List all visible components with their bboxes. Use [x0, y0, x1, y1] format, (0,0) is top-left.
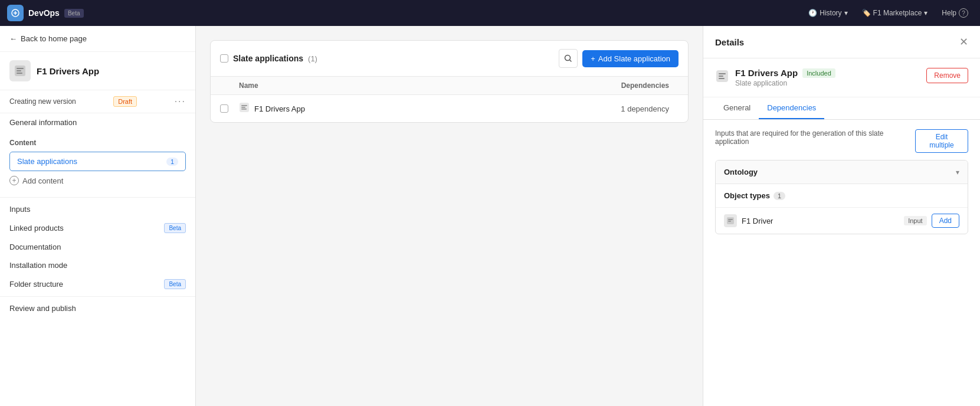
- topnav-beta-badge: Beta: [64, 9, 84, 18]
- content-label: Content: [9, 132, 186, 152]
- details-tabs: General Dependencies: [703, 97, 980, 120]
- table-header: Slate applications (1) + Add Slate appli…: [211, 41, 688, 77]
- table-column-headers: Name Dependencies: [211, 77, 688, 95]
- deps-description: Inputs that are required for the generat…: [715, 129, 915, 146]
- slate-applications-table: Slate applications (1) + Add Slate appli…: [210, 40, 689, 123]
- object-type-item: F1 Driver Input Add: [716, 208, 968, 234]
- row-app-name: F1 Drivers App: [254, 104, 584, 113]
- svg-rect-11: [719, 73, 726, 74]
- object-type-icon: [724, 214, 737, 227]
- svg-rect-9: [241, 109, 247, 110]
- add-content-button[interactable]: + Add content: [9, 171, 186, 190]
- table-title: Slate applications: [233, 54, 303, 63]
- sidebar: ← Back to home page F1 Drivers App Creat…: [0, 26, 196, 406]
- sidebar-item-documentation[interactable]: Documentation: [0, 238, 195, 256]
- help-icon: ?: [959, 8, 968, 18]
- tab-dependencies[interactable]: Dependencies: [759, 97, 824, 119]
- details-app-text: F1 Drivers App Included Slate applicatio…: [735, 68, 920, 87]
- checkbox-col-header: [220, 81, 239, 90]
- object-type-input-badge: Input: [904, 216, 926, 225]
- details-title: Details: [715, 37, 744, 47]
- topnav: DevOps Beta 🕐 History ▾ 🏷️ F1 Marketplac…: [0, 0, 980, 26]
- object-types-label: Object types: [724, 191, 770, 200]
- name-col-header: Name: [239, 81, 584, 90]
- table-row[interactable]: F1 Drivers App 1 dependency: [211, 95, 688, 122]
- slate-applications-nav-item[interactable]: Slate applications 1: [9, 152, 186, 171]
- svg-rect-4: [17, 73, 22, 74]
- details-close-button[interactable]: ✕: [959, 35, 968, 48]
- content-section: Content Slate applications 1 + Add conte…: [0, 132, 195, 195]
- help-button[interactable]: Help ?: [937, 6, 973, 20]
- ontology-label: Ontology: [724, 168, 758, 176]
- devops-logo: [7, 5, 24, 21]
- ontology-header[interactable]: Ontology ▾: [716, 161, 968, 184]
- details-panel: Details ✕ F1 Drivers App Included Slate …: [703, 26, 980, 406]
- edit-multiple-button[interactable]: Edit multiple: [915, 129, 968, 153]
- svg-rect-2: [17, 68, 24, 69]
- remove-button[interactable]: Remove: [926, 68, 968, 83]
- table-count: (1): [308, 54, 317, 63]
- details-body: Inputs that are required for the generat…: [703, 120, 980, 244]
- version-row: Creating new version Draft ···: [0, 90, 195, 113]
- row-dependencies: 1 dependency: [584, 104, 679, 113]
- sidebar-item-linked-products[interactable]: Linked products Beta: [0, 218, 195, 238]
- svg-rect-13: [719, 78, 725, 79]
- svg-rect-8: [241, 107, 245, 108]
- sidebar-app-name: F1 Drivers App: [37, 66, 99, 76]
- slate-count-badge: 1: [166, 158, 178, 166]
- history-button[interactable]: 🕐 History ▾: [804, 6, 852, 19]
- draft-badge: Draft: [113, 96, 137, 107]
- details-app-icon: [715, 69, 729, 86]
- details-app-info: F1 Drivers App Included Slate applicatio…: [703, 58, 980, 97]
- included-badge: Included: [802, 68, 835, 78]
- main-layout: ← Back to home page F1 Drivers App Creat…: [0, 26, 980, 406]
- center-content: Slate applications (1) + Add Slate appli…: [196, 26, 703, 406]
- ontology-card: Ontology ▾ Object types 1 F1 Dr: [715, 160, 968, 234]
- details-app-name-row: F1 Drivers App Included: [735, 68, 920, 78]
- details-app-name: F1 Drivers App: [735, 68, 798, 78]
- back-to-home-button[interactable]: ← Back to home page: [0, 26, 195, 52]
- svg-rect-3: [17, 70, 21, 71]
- add-slate-application-button[interactable]: + Add Slate application: [582, 50, 679, 67]
- topnav-title: DevOps: [28, 8, 60, 18]
- more-options-button[interactable]: ···: [175, 96, 186, 107]
- app-row-icon: [239, 102, 250, 115]
- row-checkbox[interactable]: [220, 104, 228, 113]
- plus-icon: +: [591, 54, 595, 63]
- select-all-checkbox[interactable]: [220, 54, 228, 63]
- tab-general[interactable]: General: [715, 97, 759, 119]
- svg-rect-15: [728, 219, 733, 220]
- sidebar-item-installation-mode[interactable]: Installation mode: [0, 256, 195, 274]
- marketplace-icon: 🏷️: [862, 9, 871, 17]
- history-chevron-icon: ▾: [844, 9, 848, 17]
- marketplace-chevron-icon: ▾: [924, 9, 927, 17]
- svg-rect-12: [719, 76, 723, 77]
- details-header: Details ✕: [703, 26, 980, 58]
- sidebar-divider-2: [0, 296, 195, 297]
- deps-desc-row: Inputs that are required for the generat…: [715, 129, 968, 153]
- sidebar-divider: [0, 197, 195, 198]
- plus-circle-icon: +: [9, 176, 19, 185]
- dependencies-col-header: Dependencies: [584, 81, 679, 90]
- back-arrow-icon: ←: [9, 34, 17, 43]
- marketplace-button[interactable]: 🏷️ F1 Marketplace ▾: [857, 6, 933, 19]
- add-object-type-button[interactable]: Add: [932, 214, 959, 228]
- sidebar-item-review-publish[interactable]: Review and publish: [0, 299, 195, 317]
- object-type-name: F1 Driver: [742, 217, 899, 225]
- search-icon: [564, 54, 572, 63]
- ontology-chevron-icon: ▾: [956, 168, 959, 176]
- sidebar-item-general-information[interactable]: General information: [0, 113, 195, 132]
- app-header: F1 Drivers App: [0, 52, 195, 90]
- sidebar-item-inputs[interactable]: Inputs: [0, 200, 195, 218]
- app-icon: [9, 60, 31, 81]
- object-types-row: Object types 1: [716, 184, 968, 208]
- folder-structure-beta-badge: Beta: [164, 279, 186, 289]
- svg-rect-7: [241, 105, 247, 106]
- svg-rect-16: [728, 221, 731, 222]
- object-types-count-badge: 1: [773, 192, 785, 200]
- version-label: Creating new version: [9, 97, 76, 106]
- details-app-type: Slate application: [735, 79, 920, 87]
- search-button[interactable]: [559, 49, 578, 68]
- sidebar-item-folder-structure[interactable]: Folder structure Beta: [0, 274, 195, 294]
- linked-products-beta-badge: Beta: [164, 223, 186, 233]
